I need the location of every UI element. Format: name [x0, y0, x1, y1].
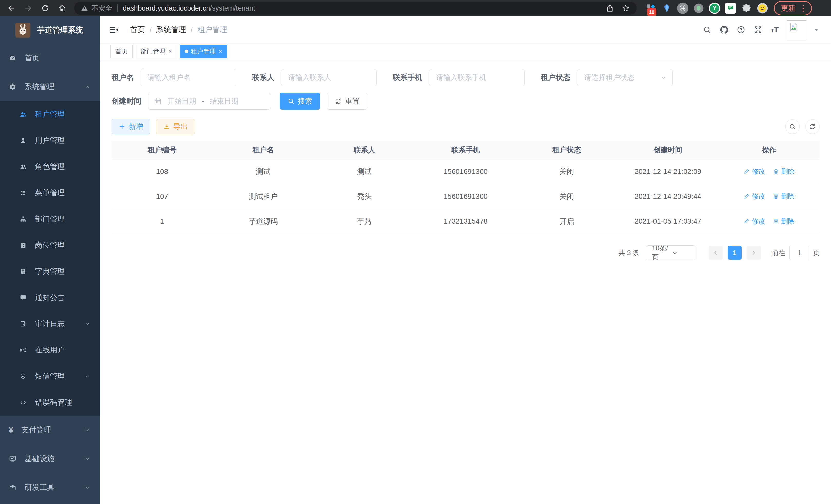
share-icon[interactable]: [605, 4, 614, 12]
edit-link-label: 修改: [752, 217, 765, 226]
close-icon[interactable]: ×: [219, 48, 222, 55]
sidebar-item-岗位管理[interactable]: 岗位管理: [0, 232, 100, 259]
page-size-select[interactable]: 10条/页: [646, 245, 695, 260]
filter-contact: 联系人: [252, 69, 377, 86]
security-indicator[interactable]: 不安全: [81, 4, 112, 13]
sidebar-item-角色管理[interactable]: 角色管理: [0, 154, 100, 180]
sidebar-item-错误码管理[interactable]: 错误码管理: [0, 389, 100, 416]
browser-menu-icon[interactable]: ⋮: [799, 4, 807, 12]
status-select[interactable]: 请选择租户状态: [577, 69, 673, 86]
infra-monitor-icon: [9, 455, 17, 463]
breadcrumb-item-系统管理[interactable]: 系统管理: [156, 25, 186, 35]
close-icon[interactable]: ×: [168, 48, 172, 55]
edit-link[interactable]: 修改: [744, 217, 765, 226]
sidebar-item-短信管理[interactable]: 短信管理: [0, 363, 100, 389]
command-extension-icon[interactable]: ⌘: [677, 2, 689, 14]
roles-users-icon: [20, 163, 27, 170]
goto-page-input[interactable]: [790, 245, 809, 260]
sidebar-logo-row[interactable]: 芋道管理系统: [0, 17, 100, 44]
sidebar-item-研发工具[interactable]: 研发工具: [0, 473, 100, 502]
chat-extension-icon[interactable]: [725, 2, 737, 14]
user-menu-caret-icon[interactable]: [813, 26, 820, 33]
delete-link[interactable]: 删除: [773, 217, 795, 226]
add-button[interactable]: 新增: [112, 119, 150, 135]
extensions-area: 10⌘Y: [645, 2, 768, 14]
breadcrumb-item-首页[interactable]: 首页: [130, 25, 145, 35]
bookmark-star-icon[interactable]: [621, 4, 630, 12]
tab-租户管理[interactable]: 租户管理×: [180, 45, 227, 58]
sidebar-item-通知公告[interactable]: 通知公告: [0, 285, 100, 311]
record-extension-icon[interactable]: [693, 2, 705, 14]
y-extension-icon[interactable]: Y: [709, 2, 720, 14]
back-icon[interactable]: [5, 2, 18, 15]
refresh-table-button[interactable]: [805, 119, 820, 134]
sidebar-item-系统管理[interactable]: 系统管理: [0, 72, 100, 101]
update-label: 更新: [781, 3, 795, 13]
sidebar-item-菜单管理[interactable]: 菜单管理: [0, 180, 100, 206]
page-size-value: 10条/页: [652, 244, 671, 262]
column-header-联系人: 联系人: [314, 141, 415, 159]
pinned-tiles-extension-icon[interactable]: 10: [645, 2, 657, 14]
sidebar-toggle-icon[interactable]: [110, 25, 119, 34]
contact-input[interactable]: [281, 69, 377, 86]
gem-extension-icon[interactable]: [661, 2, 673, 14]
audit-log-icon: [20, 320, 27, 328]
reset-button[interactable]: 重置: [327, 93, 368, 110]
edit-link[interactable]: 修改: [744, 192, 765, 201]
address-bar[interactable]: 不安全 dashboard.yudao.iocoder.cn/system/te…: [74, 2, 637, 14]
cell-mobile: 15601691300: [415, 159, 516, 184]
home-icon[interactable]: [56, 2, 69, 15]
date-range-picker[interactable]: 开始日期 - 结束日期: [148, 93, 271, 110]
browser-nav-buttons: [5, 2, 69, 15]
delete-link[interactable]: 删除: [773, 167, 795, 176]
table-toolbar: 新增 导出: [112, 119, 820, 135]
table-row: 107测试租户秃头15601691300关闭2021-12-14 20:49:4…: [112, 184, 820, 209]
fullscreen-icon[interactable]: [754, 25, 763, 34]
sidebar-item-在线用户[interactable]: 在线用户: [0, 337, 100, 363]
font-size-icon[interactable]: TT: [771, 26, 779, 34]
sidebar-item-首页[interactable]: 首页: [0, 44, 100, 72]
page-1-button[interactable]: 1: [728, 246, 742, 260]
browser-update-button[interactable]: 更新 ⋮: [774, 1, 812, 16]
prev-page-button[interactable]: [709, 246, 722, 260]
mobile-input[interactable]: [429, 69, 525, 86]
cell-status: 关闭: [516, 159, 618, 184]
column-header-租户编号: 租户编号: [112, 141, 213, 159]
sidebar-item-审计日志[interactable]: 审计日志: [0, 311, 100, 337]
sidebar-item-基础设施[interactable]: 基础设施: [0, 444, 100, 473]
search-icon: [288, 98, 295, 105]
sidebar-item-字典管理[interactable]: 字典管理: [0, 259, 100, 285]
avatar[interactable]: [787, 20, 806, 39]
sidebar-item-label: 租户管理: [35, 109, 65, 119]
sidebar-item-label: 菜单管理: [35, 188, 65, 198]
help-icon[interactable]: [737, 25, 745, 34]
export-button[interactable]: 导出: [156, 119, 195, 135]
sidebar-item-租户管理[interactable]: 租户管理: [0, 101, 100, 127]
sidebar-item-部门管理[interactable]: 部门管理: [0, 206, 100, 232]
cell-contact: 秃头: [314, 184, 415, 209]
chevron-down-icon: [84, 484, 90, 491]
search-button[interactable]: 搜索: [280, 93, 320, 110]
app-title: 芋道管理系统: [37, 25, 83, 35]
cell-contact: 芋艿: [314, 209, 415, 234]
emoji-extension-icon[interactable]: [756, 2, 768, 14]
sms-shield-icon: [20, 373, 27, 380]
tab-首页[interactable]: 首页: [111, 45, 133, 58]
filter-row-2: 创建时间 开始日期 - 结束日期 搜索 重置: [112, 93, 820, 110]
tab-部门管理[interactable]: 部门管理×: [136, 45, 177, 58]
show-search-button[interactable]: [785, 119, 800, 134]
next-page-button[interactable]: [747, 246, 761, 260]
reload-icon[interactable]: [38, 2, 52, 15]
sidebar-item-用户管理[interactable]: 用户管理: [0, 127, 100, 154]
create-time-label: 创建时间: [112, 96, 141, 106]
url-host: dashboard.yudao.iocoder.cn: [123, 4, 210, 12]
delete-link[interactable]: 删除: [773, 192, 795, 201]
github-icon[interactable]: [720, 25, 728, 34]
tenant-name-input[interactable]: [141, 69, 236, 86]
puzzle-extension-icon[interactable]: [741, 2, 752, 14]
search-icon[interactable]: [703, 25, 712, 34]
forward-icon[interactable]: [22, 2, 35, 15]
sidebar-item-支付管理[interactable]: ¥支付管理: [0, 416, 100, 444]
post-badge-icon: [20, 242, 27, 249]
edit-link[interactable]: 修改: [744, 167, 765, 176]
